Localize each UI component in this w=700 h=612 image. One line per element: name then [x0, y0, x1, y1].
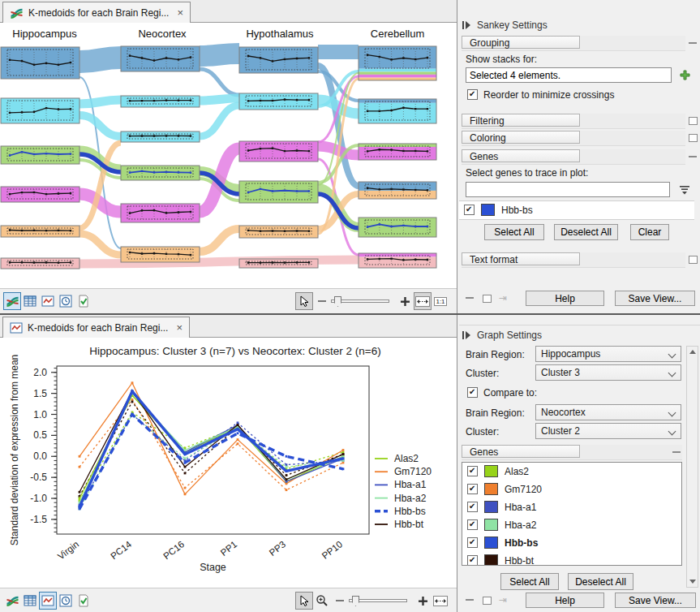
sankey-node[interactable] [121, 131, 200, 142]
save-view-button[interactable]: Save View... [615, 291, 695, 306]
zoom-slider-thumb[interactable] [334, 296, 341, 307]
sankey-node[interactable] [239, 181, 318, 203]
snap-icon[interactable]: ⇥ [499, 292, 507, 304]
tab-close-icon[interactable]: × [177, 6, 183, 19]
expand-section-icon[interactable] [688, 115, 698, 125]
sankey-node[interactable] [359, 144, 436, 160]
sankey-node[interactable] [239, 47, 318, 73]
sankey-node[interactable] [121, 46, 200, 71]
zoom-slider[interactable] [331, 300, 389, 303]
sankey-flow-cyan[interactable] [79, 100, 121, 104]
zoom-slider-thumb[interactable] [352, 596, 359, 606]
report-view-icon[interactable] [75, 592, 92, 610]
sankey-node[interactable] [239, 226, 318, 238]
scroll-up-icon[interactable] [689, 350, 696, 354]
collapse-panel-icon[interactable] [462, 330, 471, 340]
expand-section-icon[interactable] [688, 254, 698, 264]
scroll-down-icon[interactable] [689, 580, 696, 584]
chart-view-icon[interactable] [39, 292, 57, 310]
collapse-all-icon[interactable] [465, 595, 475, 605]
section-filtering[interactable]: Filtering [462, 114, 685, 129]
expand-all-icon[interactable] [482, 293, 492, 303]
sankey-node[interactable] [121, 247, 200, 262]
sankey-node[interactable] [121, 204, 200, 222]
actual-size-icon[interactable]: 1:1 [432, 292, 449, 310]
section-genes[interactable]: Genes [462, 445, 682, 460]
sankey-flow-orange[interactable] [200, 229, 239, 252]
add-stack-icon[interactable] [680, 70, 690, 80]
cursor-icon[interactable] [295, 292, 313, 310]
sankey-flow-cyan[interactable] [79, 115, 121, 136]
tab-graph-document[interactable]: K-medoids for each Brain Regi... × [2, 317, 190, 338]
gene-checkbox[interactable] [467, 484, 478, 494]
gene-checkbox[interactable] [467, 555, 478, 566]
sankey-flow-orange[interactable] [79, 234, 121, 255]
gene-row-Gm7120[interactable]: Gm7120 [462, 481, 681, 498]
tab-sankey-document[interactable]: K-medoids for each Brain Regi... × [2, 2, 191, 23]
section-text-format[interactable]: Text format [462, 252, 685, 268]
sankey-node[interactable] [239, 93, 318, 110]
section-coloring[interactable]: Coloring [462, 131, 685, 146]
select-all-button[interactable]: Select All [484, 224, 544, 240]
sankey-flow-blue[interactable] [79, 58, 121, 62]
minus-icon[interactable] [313, 292, 331, 310]
sankey-node[interactable] [359, 99, 436, 123]
gene-row-Alas2[interactable]: Alas2 [462, 463, 681, 481]
clear-button[interactable]: Clear [630, 224, 669, 240]
brain-region-1-dropdown[interactable]: Hippocampus [535, 346, 681, 362]
report-view-icon[interactable] [75, 292, 92, 310]
gene-checkbox[interactable] [467, 466, 478, 476]
sankey-node[interactable] [359, 253, 436, 268]
fit-icon[interactable] [432, 592, 449, 610]
collapse-section-icon[interactable] [688, 152, 698, 162]
section-genes[interactable]: Genes [462, 149, 685, 165]
sankey-diagram[interactable] [0, 23, 457, 288]
sankey-view-icon[interactable] [3, 592, 21, 610]
save-view-button[interactable]: Save View... [615, 593, 696, 608]
sankey-flow-blue[interactable] [200, 54, 239, 56]
chart-canvas[interactable]: Hippocampus: Cluster 3 (n=7) vs Neocorte… [0, 338, 457, 588]
gene-search-input[interactable] [466, 182, 670, 197]
sankey-node[interactable] [1, 47, 79, 79]
sankey-node[interactable] [1, 226, 79, 237]
sankey-view-icon[interactable] [3, 292, 21, 310]
stacks-input[interactable] [466, 67, 672, 83]
table-view-icon[interactable] [21, 292, 39, 310]
clock-view-icon[interactable] [57, 292, 75, 310]
collapse-section-icon[interactable] [688, 38, 698, 48]
cursor-icon[interactable] [295, 592, 313, 610]
brain-region-2-dropdown[interactable]: Neocortex [535, 404, 681, 420]
collapse-panel-icon[interactable] [462, 20, 471, 30]
plus-icon[interactable] [396, 292, 414, 310]
section-grouping[interactable]: Grouping [462, 36, 685, 51]
minus-icon[interactable] [331, 592, 349, 610]
sankey-node[interactable] [1, 187, 79, 202]
sankey-node[interactable] [1, 146, 79, 164]
select-all-button[interactable]: Select All [500, 573, 559, 590]
gene-checkbox[interactable] [464, 205, 475, 215]
zoom-icon[interactable] [313, 592, 331, 610]
expand-section-icon[interactable] [688, 132, 698, 142]
sankey-flow-blue[interactable] [200, 69, 239, 95]
sankey-canvas[interactable]: HippocampusNeocortexHypothalamusCerebell… [0, 23, 457, 288]
help-button[interactable]: Help [526, 291, 604, 306]
cluster-1-dropdown[interactable]: Cluster 3 [535, 364, 681, 381]
zoom-slider[interactable] [349, 599, 407, 602]
cluster-2-dropdown[interactable]: Cluster 2 [535, 423, 681, 439]
sankey-flow-cyan[interactable] [200, 98, 239, 101]
chart-view-icon[interactable] [39, 592, 57, 610]
sankey-node[interactable] [239, 141, 318, 162]
compare-to-checkbox[interactable] [467, 387, 478, 398]
sankey-node[interactable] [121, 96, 200, 107]
settings-scrollbar[interactable] [686, 346, 698, 588]
reorder-checkbox[interactable] [467, 89, 478, 100]
snap-icon[interactable]: ⇥ [499, 594, 507, 606]
gene-checkbox[interactable] [467, 519, 478, 530]
tab-close-icon[interactable]: × [176, 321, 183, 334]
fit-icon[interactable] [414, 292, 432, 310]
deselect-all-button[interactable]: Deselect All [554, 224, 618, 240]
clock-view-icon[interactable] [57, 592, 75, 610]
sankey-node[interactable] [1, 98, 79, 123]
gene-checkbox[interactable] [467, 537, 478, 548]
help-button[interactable]: Help [526, 593, 604, 608]
